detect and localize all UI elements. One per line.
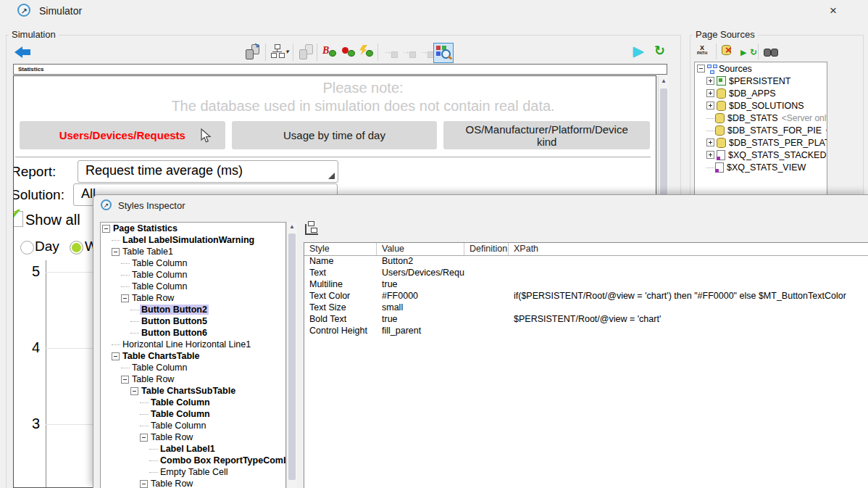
inspector-tree-item[interactable]: Table Row	[101, 478, 285, 488]
inspector-tree-item[interactable]: Table Table1	[101, 246, 285, 257]
tree-guide	[706, 167, 714, 168]
remove-source-button[interactable]: ×	[722, 45, 734, 58]
expand-minus-icon[interactable]	[697, 65, 705, 73]
inspector-tree-item[interactable]: Horizontal Line Horizontal Line1	[101, 339, 285, 350]
column-header[interactable]: Style	[304, 243, 377, 255]
column-header[interactable]: Definition	[464, 243, 509, 255]
inspector-tree-item[interactable]: Table Column	[101, 257, 285, 269]
table-row[interactable]: Bold Texttrue$PERSISTENT/Root/@view = 'c…	[304, 314, 868, 326]
stats-button[interactable]: OS/Manufacturer/Platform/Device kind	[443, 121, 650, 149]
workflow-view-button[interactable]: ▾	[271, 44, 287, 60]
table-row[interactable]: NameButton2	[304, 256, 868, 268]
inspector-tree-scrollbar-thumb[interactable]	[288, 233, 296, 480]
inspector-tree-item[interactable]: Table Row	[101, 292, 285, 304]
inspector-tree-item[interactable]: Button Button6	[101, 327, 285, 339]
back-button[interactable]	[14, 45, 30, 61]
expand-plus-icon[interactable]	[706, 89, 714, 97]
tree-item[interactable]: $DB_SOLUTIONS	[695, 99, 827, 112]
database-icon	[715, 113, 725, 123]
radio-w[interactable]	[70, 241, 83, 255]
tree-view-toggle-button[interactable]	[305, 224, 318, 235]
table-row[interactable]: Text Sizesmall	[304, 302, 868, 314]
send-to-device-button[interactable]: ↘	[245, 44, 261, 60]
scroll-up-icon[interactable]: ▲	[659, 78, 669, 84]
expand-plus-icon[interactable]	[706, 138, 714, 146]
expand-minus-icon[interactable]	[140, 434, 148, 442]
expand-plus-icon[interactable]	[706, 102, 714, 109]
tree-item[interactable]: $DB_STATS_FOR_PIE<Server only>	[695, 124, 827, 136]
inspector-tree-item[interactable]: Table Column	[101, 420, 285, 431]
expand-minus-icon[interactable]	[140, 480, 148, 488]
column-header[interactable]: XPath	[509, 243, 868, 255]
expand-plus-icon[interactable]	[706, 77, 714, 85]
inspector-tree-item[interactable]: Button Button2	[101, 304, 285, 315]
table-row[interactable]: TextUsers/Devices/Requ...	[304, 268, 868, 279]
value-cell: Users/Devices/Requ...	[377, 268, 464, 279]
inspector-tree-scrollbar[interactable]: ▲	[286, 222, 297, 488]
reload-source-button[interactable]: ▶ ↻	[740, 45, 757, 58]
styles-inspector-toggle-button[interactable]	[433, 43, 454, 63]
expand-minus-icon[interactable]	[112, 248, 120, 256]
find-button[interactable]	[764, 46, 778, 59]
chevron-down-icon[interactable]: ▾	[285, 48, 289, 55]
definition-cell	[464, 314, 509, 326]
inspector-tree-item[interactable]: Label Label1	[101, 443, 285, 455]
close-icon[interactable]: ×	[825, 3, 842, 19]
tree-item[interactable]: Sources	[695, 62, 827, 75]
tab-statistics[interactable]: Statistics	[18, 66, 44, 73]
debug-run-button[interactable]	[341, 44, 357, 60]
tree-item[interactable]: $DB_STATS<Server only>	[695, 112, 827, 124]
debug-breakpoints-button[interactable]: B	[322, 44, 338, 60]
expand-minus-icon[interactable]	[121, 294, 129, 302]
expand-plus-icon[interactable]	[706, 151, 714, 159]
database-icon	[717, 88, 726, 99]
expand-minus-icon[interactable]	[102, 225, 110, 233]
inspector-tree-item[interactable]: Button Button5	[101, 315, 285, 327]
tree-item[interactable]: $DB_APPS	[695, 87, 827, 99]
inspector-tree-item[interactable]: Table Row	[101, 373, 285, 385]
xpath-button[interactable]: X PATH	[697, 45, 707, 55]
tree-item[interactable]: $DB_STATS_PER_PLATFORM	[695, 136, 827, 149]
tree-item-label: $DB_APPS	[729, 88, 776, 99]
tree-guide	[706, 117, 714, 119]
radio-day[interactable]	[20, 241, 34, 255]
tree-item[interactable]: $PERSISTENT	[695, 75, 827, 87]
play-icon: ▶	[633, 44, 644, 59]
style-cell: Name	[304, 256, 377, 268]
debug-actions-button[interactable]	[359, 44, 375, 60]
delete-x-icon: ×	[725, 44, 732, 56]
tree-guide	[149, 460, 158, 461]
inspector-tree-item[interactable]: Table ChartsTable	[101, 350, 285, 362]
inspector-tree-item[interactable]: Table Column	[101, 397, 285, 408]
expand-minus-icon[interactable]	[121, 376, 129, 384]
report-combo[interactable]: Request time average (ms)	[78, 160, 338, 183]
tree-item[interactable]: $XQ_STATS_STACKED<Server only>	[695, 149, 827, 161]
styles-inspector-tree: Page StatisticsLabel LabelSimulationWarn…	[100, 222, 286, 488]
inspector-tree-item[interactable]: Table Column	[101, 281, 285, 292]
inspector-tree-item[interactable]: Table Row	[101, 431, 285, 443]
column-header[interactable]: Value	[377, 243, 464, 255]
xpath-icon: X	[697, 45, 707, 51]
inspector-tree-item[interactable]: Table ChartsSubTable	[101, 385, 285, 397]
expand-minus-icon[interactable]	[130, 387, 138, 395]
expand-minus-icon[interactable]	[112, 352, 120, 360]
table-row[interactable]: Multilinetrue	[304, 279, 868, 291]
inspector-tree-item[interactable]: Table Column	[101, 408, 285, 420]
stats-button[interactable]: Users/Devices/Requests	[20, 121, 225, 149]
table-row[interactable]: Text Color#FF0000if($PERSISTENT/Root/@vi…	[304, 291, 868, 302]
inspector-tree-item[interactable]: Page Statistics	[101, 223, 285, 234]
restart-simulation-button[interactable]: ↻	[654, 43, 665, 59]
run-simulation-button[interactable]: ▶	[633, 43, 644, 59]
inspector-tree-item[interactable]: Empty Table Cell	[101, 466, 285, 478]
tree-item[interactable]: $XQ_STATS_VIEW	[695, 161, 827, 173]
scroll-up-icon[interactable]: ▲	[287, 223, 297, 230]
table-row[interactable]: Control Heightfill_parent	[304, 326, 868, 337]
inspector-tree-item[interactable]: Combo Box ReportTypeCombo	[101, 455, 285, 466]
stats-button[interactable]: Usage by time of day	[232, 121, 438, 149]
table-header: StyleValueDefinitionXPath	[304, 243, 868, 256]
inspector-tree-item[interactable]: Table Column	[101, 362, 285, 373]
tree-guide	[130, 320, 139, 322]
tree-guide	[140, 402, 149, 403]
inspector-tree-item[interactable]: Table Column	[101, 269, 285, 281]
inspector-tree-item[interactable]: Label LabelSimulationWarning	[101, 234, 285, 246]
